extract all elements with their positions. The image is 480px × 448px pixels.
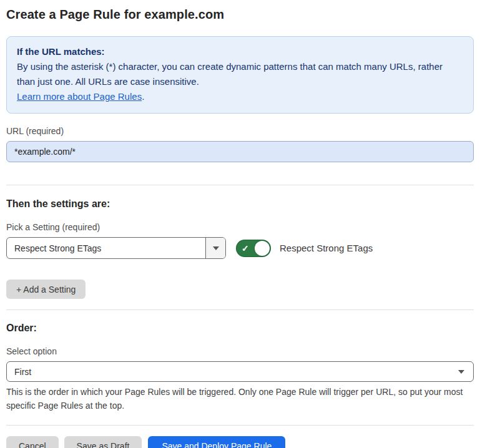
chevron-down-icon (458, 370, 464, 374)
divider (6, 309, 474, 310)
divider (6, 185, 474, 185)
order-select-arrow (458, 370, 473, 374)
pick-setting-label: Pick a Setting (required) (6, 222, 474, 232)
url-input[interactable] (6, 141, 474, 162)
order-section-heading: Order: (6, 323, 474, 334)
setting-select[interactable]: Respect Strong ETags (6, 237, 226, 259)
order-select-label: Select option (6, 346, 474, 356)
settings-section-heading: Then the settings are: (6, 198, 474, 210)
url-field-label: URL (required) (6, 126, 474, 136)
order-select[interactable]: First (6, 361, 474, 382)
setting-toggle[interactable]: ✓ (236, 240, 271, 257)
save-as-draft-button[interactable]: Save as Draft (64, 436, 142, 448)
order-help-text: This is the order in which your Page Rul… (6, 385, 474, 412)
info-box-heading: If the URL matches: (17, 44, 463, 59)
link-suffix-text: . (142, 91, 144, 102)
toggle-knob (255, 241, 270, 256)
divider (6, 425, 474, 426)
setting-select-value: Respect Strong ETags (7, 238, 205, 258)
add-setting-button[interactable]: + Add a Setting (6, 280, 86, 299)
create-page-rule-panel: Create a Page Rule for example.com If th… (0, 0, 480, 448)
page-title: Create a Page Rule for example.com (6, 7, 474, 22)
learn-more-link[interactable]: Learn more about Page Rules (17, 91, 142, 102)
chevron-down-icon (213, 246, 219, 250)
toggle-label: Respect Strong ETags (280, 243, 373, 253)
url-match-info-box: If the URL matches: By using the asteris… (6, 36, 474, 114)
setting-select-arrow-button[interactable] (205, 238, 225, 258)
save-and-deploy-button[interactable]: Save and Deploy Page Rule (148, 436, 285, 448)
order-select-value: First (7, 367, 458, 377)
info-box-link-line: Learn more about Page Rules. (17, 89, 463, 104)
cancel-button[interactable]: Cancel (6, 436, 59, 448)
check-icon: ✓ (242, 243, 249, 252)
setting-row: Respect Strong ETags ✓ Respect Strong ET… (6, 237, 474, 259)
info-box-body: By using the asterisk (*) character, you… (17, 59, 463, 89)
footer-actions: Cancel Save as Draft Save and Deploy Pag… (6, 436, 474, 448)
